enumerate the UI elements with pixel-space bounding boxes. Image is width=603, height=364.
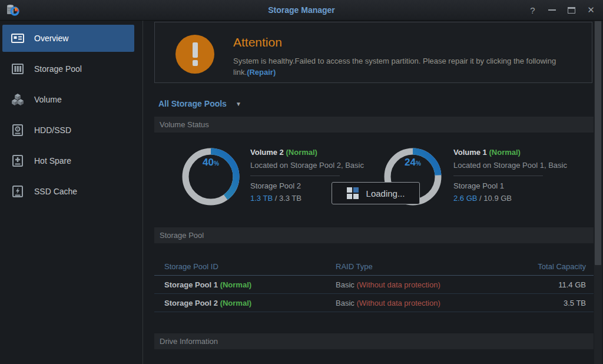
ssd-cache-icon: [10, 184, 25, 199]
loading-label: Loading...: [366, 188, 405, 198]
divider: [250, 176, 340, 176]
help-icon: ?: [530, 5, 535, 15]
attention-message: System is healthy.Failed to access the s…: [233, 55, 556, 78]
raid-type: Basic: [336, 299, 354, 307]
storage-pool-filter-dropdown[interactable]: All Storage Pools ▼: [154, 99, 272, 108]
section-storage-pool: Storage Pool: [154, 227, 594, 243]
volume-location: Located on Storage Pool 1, Basic: [453, 161, 567, 170]
protection-warning: (Without data protection): [356, 299, 440, 307]
hdd-ssd-icon: [10, 123, 25, 138]
sidebar-item-hdd-ssd[interactable]: HDD/SSD: [2, 117, 134, 144]
volume-2-percent: 40%: [181, 157, 240, 168]
attention-title: Attention: [233, 35, 556, 49]
sidebar-item-label: Hot Spare: [34, 156, 71, 166]
raid-type: Basic: [336, 280, 354, 289]
volume-status-badge: (Normal): [286, 148, 317, 157]
section-drive-information: Drive Information: [154, 333, 594, 349]
section-volume-status: Volume Status: [154, 117, 594, 133]
overview-icon: [10, 31, 25, 46]
help-button[interactable]: ?: [523, 1, 542, 19]
window-controls: ? ✕: [523, 1, 603, 19]
volume-status-row: 40% Volume 2 (Normal) Located on Storage…: [154, 133, 602, 219]
pool-name: Storage Pool 1: [453, 181, 567, 190]
sidebar-item-label: SSD Cache: [34, 187, 77, 196]
minimize-icon: [548, 9, 556, 11]
volume-cubes-icon: [10, 92, 25, 107]
col-header-raid-type: RAID Type: [336, 262, 498, 271]
table-row[interactable]: Storage Pool 2 (Normal) Basic (Without d…: [154, 294, 594, 312]
main-content: Attention System is healthy.Failed to ac…: [143, 21, 603, 364]
pool-status-badge: (Normal): [220, 280, 251, 289]
col-header-total-capacity: Total Capacity: [498, 262, 586, 271]
hot-spare-icon: [10, 153, 25, 168]
table-header-row: Storage Pool ID RAID Type Total Capacity: [154, 258, 594, 276]
sidebar-item-label: Volume: [34, 95, 62, 104]
sidebar-item-overview[interactable]: Overview: [2, 25, 134, 52]
sidebar-item-label: Overview: [34, 34, 68, 43]
storage-pool-table: Storage Pool ID RAID Type Total Capacity…: [154, 258, 594, 312]
total-capacity: 3.5 TB: [498, 299, 586, 307]
scrollbar-thumb[interactable]: [595, 21, 601, 265]
volume-2-donut-chart: [181, 147, 240, 206]
table-row[interactable]: Storage Pool 1 (Normal) Basic (Without d…: [154, 276, 594, 294]
pool-id: Storage Pool 1: [164, 280, 218, 289]
titlebar: Storage Manager ? ✕: [0, 0, 603, 21]
volume-name: Volume 1: [453, 148, 487, 157]
close-icon: ✕: [587, 5, 595, 15]
volume-location: Located on Storage Pool 2, Basic: [250, 161, 364, 170]
sidebar-item-storage-pool[interactable]: Storage Pool: [2, 55, 134, 82]
sidebar-item-hot-spare[interactable]: Hot Spare: [2, 147, 134, 174]
sidebar-item-label: HDD/SSD: [34, 125, 71, 135]
loading-squares-icon: [347, 187, 359, 199]
volume-1-percent: 24%: [383, 157, 442, 168]
chevron-down-icon: ▼: [236, 101, 241, 107]
loading-indicator: Loading...: [332, 182, 420, 204]
volume-1-info: Volume 1 (Normal) Located on Storage Poo…: [453, 148, 567, 203]
maximize-icon: [568, 7, 575, 14]
window-title: Storage Manager: [0, 5, 603, 15]
volume-name: Volume 2: [250, 148, 284, 157]
storage-pool-icon: [10, 61, 25, 77]
sidebar-item-volume[interactable]: Volume: [2, 86, 134, 113]
attention-panel: Attention System is healthy.Failed to ac…: [154, 22, 592, 83]
pool-status-badge: (Normal): [220, 299, 251, 307]
minimize-button[interactable]: [542, 1, 562, 19]
repair-link[interactable]: (Repair): [247, 68, 276, 77]
protection-warning: (Without data protection): [356, 280, 440, 289]
vertical-scrollbar[interactable]: [594, 21, 602, 364]
filter-label: All Storage Pools: [158, 99, 227, 108]
sidebar: Overview Storage Pool Volume HDD/SSD Hot: [0, 21, 143, 364]
pool-id: Storage Pool 2: [164, 299, 218, 307]
warning-icon: [175, 35, 214, 74]
maximize-button[interactable]: [562, 1, 581, 19]
volume-usage: 2.6 GB / 10.9 GB: [453, 194, 567, 203]
col-header-pool-id: Storage Pool ID: [164, 262, 336, 271]
total-capacity: 11.4 GB: [498, 280, 586, 289]
storage-manager-app-icon: [6, 3, 20, 17]
sidebar-item-label: Storage Pool: [34, 64, 82, 74]
divider: [453, 176, 543, 176]
close-button[interactable]: ✕: [581, 1, 601, 19]
sidebar-item-ssd-cache[interactable]: SSD Cache: [2, 178, 134, 205]
volume-status-badge: (Normal): [489, 148, 520, 157]
